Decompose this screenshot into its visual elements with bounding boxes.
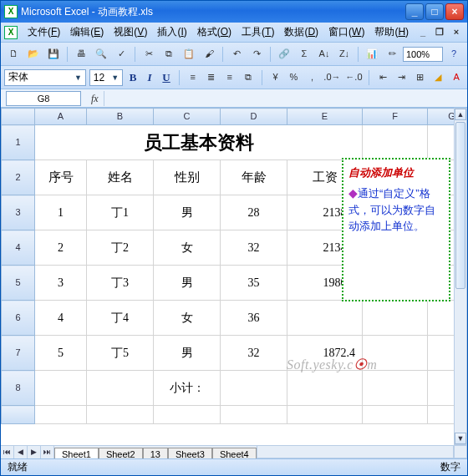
horizontal-scrollbar[interactable] [257,445,454,458]
tab-last-button[interactable]: ⏭ [41,446,54,458]
header-1[interactable]: 姓名 [87,160,154,195]
decrease-indent-button[interactable]: ⇤ [375,68,390,87]
menu-6[interactable]: 数据(D) [279,23,323,42]
row-header-1[interactable]: 1 [2,125,35,160]
currency-button[interactable]: ¥ [268,68,283,87]
font-color-button[interactable]: A [449,68,464,87]
open-button[interactable]: 📂 [24,45,43,63]
sheet-tab-Sheet3[interactable]: Sheet3 [168,448,212,458]
menu-5[interactable]: 工具(T) [237,23,279,42]
italic-button[interactable]: I [143,69,156,86]
undo-button[interactable]: ↶ [227,45,246,63]
align-center-button[interactable]: ≣ [204,68,219,87]
increase-indent-button[interactable]: ⇥ [394,68,409,87]
maximize-button[interactable]: □ [425,3,444,20]
row-header-7[interactable]: 7 [2,336,35,371]
col-header-B[interactable]: B [87,109,154,125]
comma-button[interactable]: , [304,68,319,87]
col-header-A[interactable]: A [35,109,87,125]
scroll-down-button[interactable]: ▼ [455,433,466,444]
chart-button[interactable]: 📊 [363,45,381,63]
cut-button[interactable]: ✂ [140,45,158,63]
increase-decimal-button[interactable]: .0→ [323,68,341,87]
formula-input[interactable] [104,91,467,106]
save-button[interactable]: 💾 [44,45,63,63]
vscroll-thumb[interactable] [455,122,465,289]
close-button[interactable]: × [445,3,464,20]
col-header-E[interactable]: E [287,109,363,125]
title-cell[interactable]: 员工基本资料 [35,125,363,160]
tab-prev-button[interactable]: ◀ [14,446,28,458]
col-header-C[interactable]: C [154,109,221,125]
row-header-2[interactable]: 2 [2,160,35,195]
print-preview-button[interactable]: 🔍 [92,45,110,63]
row-header-5[interactable]: 5 [2,266,35,301]
sheet-tab-Sheet2[interactable]: Sheet2 [99,448,143,458]
autosum-button[interactable]: Σ [295,45,313,63]
font-name-combo[interactable]: 宋体▼ [4,69,86,86]
doc-restore-button[interactable]: ❐ [432,26,447,39]
menu-7[interactable]: 窗口(W) [323,23,369,42]
zoom-combo[interactable]: 100% [403,47,443,62]
menu-1[interactable]: 编辑(E) [65,23,109,42]
col-header-D[interactable]: D [221,109,287,125]
menu-0[interactable]: 文件(F) [23,23,65,42]
col-header-F[interactable]: F [363,109,428,125]
row-header-4[interactable]: 4 [2,230,35,266]
sheet-tab-13[interactable]: 13 [143,448,168,458]
format-painter-button[interactable]: 🖌 [200,45,218,63]
percent-button[interactable]: % [286,68,301,87]
row-header-3[interactable]: 3 [2,195,35,230]
copy-button[interactable]: ⧉ [160,45,178,63]
fx-icon[interactable]: fx [91,94,99,104]
new-button[interactable]: 🗋 [4,45,23,63]
align-left-button[interactable]: ≡ [186,68,201,87]
doc-minimize-button[interactable]: _ [415,26,430,39]
row-header-6[interactable]: 6 [2,301,35,336]
menu-3[interactable]: 插入(I) [152,23,191,42]
col-header-G[interactable]: G [428,109,455,125]
tab-next-button[interactable]: ▶ [28,446,41,458]
hyperlink-button[interactable]: 🔗 [275,45,293,63]
sort-desc-button[interactable]: Z↓ [335,45,354,63]
row-header-8[interactable]: 8 [2,371,35,406]
menu-8[interactable]: 帮助(H) [369,23,414,42]
decrease-decimal-button[interactable]: ←.0 [344,68,363,87]
scroll-up-button[interactable]: ▲ [455,109,466,120]
header-3[interactable]: 年龄 [221,160,287,195]
tab-first-button[interactable]: ⏮ [1,446,14,458]
align-right-button[interactable]: ≡ [222,68,237,87]
workbook-icon[interactable]: X [4,26,18,39]
vertical-scrollbar[interactable]: ▲ ▼ [454,108,467,445]
drawing-button[interactable]: ✏ [383,45,401,63]
titlebar[interactable]: X Microsoft Excel - 动画教程.xls _ □ × [1,1,467,23]
menu-2[interactable]: 视图(V) [109,23,152,42]
formula-bar: G8 fx [1,89,467,108]
doc-close-button[interactable]: × [449,26,464,39]
sheet-tab-Sheet4[interactable]: Sheet4 [212,448,257,458]
sticky-note[interactable]: 自动添加单位 ◆通过“自定义”格式，可以为数字自动添加上单位。 [342,158,450,301]
print-button[interactable]: 🖶 [72,45,90,63]
status-numlock: 数字 [440,460,460,474]
note-body: ◆通过“自定义”格式，可以为数字自动添加上单位。 [348,187,435,233]
borders-button[interactable]: ⊞ [412,68,427,87]
subtotal-label[interactable]: 小计： [154,371,221,406]
underline-button[interactable]: U [160,69,173,86]
bold-button[interactable]: B [126,69,140,86]
paste-button[interactable]: 📋 [180,45,198,63]
sort-asc-button[interactable]: A↓ [315,45,333,63]
spellcheck-button[interactable]: ✓ [112,45,130,63]
redo-button[interactable]: ↷ [247,45,266,63]
fill-color-button[interactable]: ◢ [430,68,445,87]
font-size-combo[interactable]: 12▼ [89,69,123,86]
merge-center-button[interactable]: ⧉ [241,68,256,87]
help-button[interactable]: ? [445,45,463,63]
header-0[interactable]: 序号 [35,160,87,195]
minimize-button[interactable]: _ [405,3,424,20]
select-all-corner[interactable] [2,109,35,125]
name-box[interactable]: G8 [6,91,81,106]
sheet-tab-Sheet1[interactable]: Sheet1 [54,448,99,458]
header-2[interactable]: 性别 [154,160,221,195]
scroll-corner [454,445,467,458]
menu-4[interactable]: 格式(O) [192,23,237,42]
